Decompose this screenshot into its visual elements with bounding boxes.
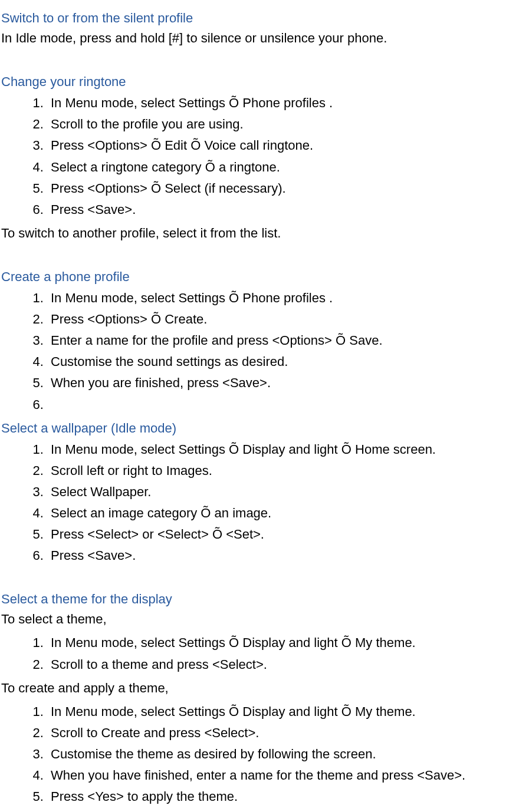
list-item: In Menu mode, select Settings Õ Display … bbox=[47, 440, 518, 460]
list-item bbox=[47, 395, 518, 415]
list-item: Press <Save>. bbox=[47, 200, 518, 220]
list-item: Scroll to a theme and press <Select>. bbox=[47, 655, 518, 675]
list-item: Scroll to Create and press <Select>. bbox=[47, 723, 518, 743]
heading-wallpaper: Select a wallpaper (Idle mode) bbox=[1, 418, 518, 438]
list-create-theme: In Menu mode, select Settings Õ Display … bbox=[1, 702, 518, 807]
list-item: Press <Select> or <Select> Õ <Set>. bbox=[47, 524, 518, 544]
para-silent-profile: In Idle mode, press and hold [#] to sile… bbox=[1, 28, 518, 48]
heading-theme: Select a theme for the display bbox=[1, 589, 518, 609]
list-item: Enter a name for the profile and press <… bbox=[47, 331, 518, 351]
list-item: Select Wallpaper. bbox=[47, 482, 518, 502]
list-item: Select an image category Õ an image. bbox=[47, 503, 518, 523]
list-item: Scroll left or right to Images. bbox=[47, 461, 518, 481]
heading-create-profile: Create a phone profile bbox=[1, 267, 518, 287]
spacer bbox=[1, 52, 518, 68]
list-item: In Menu mode, select Settings Õ Phone pr… bbox=[47, 93, 518, 113]
list-wallpaper: In Menu mode, select Settings Õ Display … bbox=[1, 440, 518, 566]
list-create-profile: In Menu mode, select Settings Õ Phone pr… bbox=[1, 288, 518, 415]
list-item: Press <Save>. bbox=[47, 546, 518, 566]
list-item: Customise the theme as desired by follow… bbox=[47, 744, 518, 764]
list-item: Press <Options> Õ Edit Õ Voice call ring… bbox=[47, 136, 518, 156]
list-item: Press <Options> Õ Create. bbox=[47, 309, 518, 329]
list-item: Press <Yes> to apply the theme. bbox=[47, 787, 518, 807]
list-item: In Menu mode, select Settings Õ Phone pr… bbox=[47, 288, 518, 308]
heading-change-ringtone: Change your ringtone bbox=[1, 72, 518, 92]
spacer bbox=[1, 247, 518, 263]
list-item: Select a ringtone category Õ a ringtone. bbox=[47, 157, 518, 177]
para-create-apply-theme: To create and apply a theme, bbox=[1, 678, 518, 698]
list-item: In Menu mode, select Settings Õ Display … bbox=[47, 633, 518, 653]
list-change-ringtone: In Menu mode, select Settings Õ Phone pr… bbox=[1, 93, 518, 220]
spacer bbox=[1, 569, 518, 586]
heading-silent-profile: Switch to or from the silent profile bbox=[1, 8, 518, 28]
list-item: Scroll to the profile you are using. bbox=[47, 114, 518, 134]
para-switch-profile: To switch to another profile, select it … bbox=[1, 223, 518, 243]
list-item: When you have finished, enter a name for… bbox=[47, 765, 518, 785]
list-select-theme: In Menu mode, select Settings Õ Display … bbox=[1, 633, 518, 674]
list-item: Press <Options> Õ Select (if necessary). bbox=[47, 179, 518, 199]
list-item: In Menu mode, select Settings Õ Display … bbox=[47, 702, 518, 722]
para-select-theme-intro: To select a theme, bbox=[1, 609, 518, 629]
list-item: When you are finished, press <Save>. bbox=[47, 373, 518, 393]
list-item: Customise the sound settings as desired. bbox=[47, 352, 518, 372]
